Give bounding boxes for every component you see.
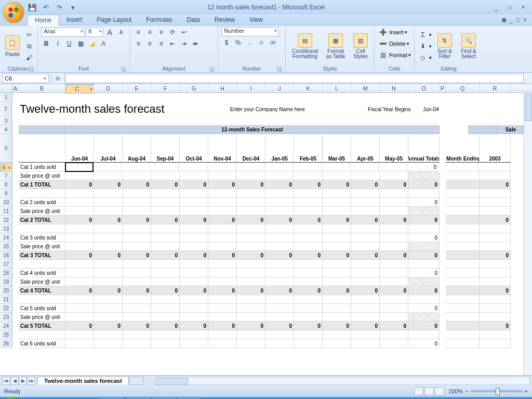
cell[interactable] [351,233,380,242]
row-header[interactable]: 10 [0,198,12,207]
cell[interactable] [123,116,151,125]
cell[interactable] [12,189,19,198]
row-label[interactable]: Cat 2 units sold [19,198,65,207]
row-header[interactable]: 4 [0,125,12,134]
cell[interactable] [122,163,150,171]
font-size-select[interactable]: 8 [86,28,103,37]
cell[interactable] [65,260,94,269]
cell[interactable] [12,322,19,330]
cell[interactable]: 0 [480,216,511,224]
cell[interactable] [480,242,511,251]
cell[interactable]: 0 [323,251,351,260]
tab-nav-last-icon[interactable]: ⏭ [27,377,35,385]
row-label[interactable]: Cat 5 units sold [19,304,65,313]
ribbon-min-icon[interactable]: _ [510,16,513,26]
qat-dropdown-icon[interactable]: ▾ [68,2,78,12]
cell[interactable] [351,198,380,207]
cell[interactable] [265,207,294,216]
row-label[interactable]: Cat 1 TOTAL [19,180,65,189]
cell[interactable]: 0 [151,216,180,224]
cell[interactable] [151,93,180,102]
undo-icon[interactable]: ↶ [41,2,51,12]
cell[interactable] [294,189,323,198]
cell[interactable] [480,330,511,339]
number-format-select[interactable]: Number [221,27,278,36]
row-label[interactable]: Sale price @ unit [19,207,65,216]
cell[interactable] [19,330,65,339]
cell[interactable] [351,295,380,304]
cell[interactable] [440,189,446,198]
cell[interactable] [123,339,151,348]
cell[interactable] [351,93,380,102]
cell[interactable] [323,277,351,286]
cell[interactable] [446,207,480,216]
cell[interactable] [201,102,229,116]
column-header[interactable]: R [480,84,511,92]
cell[interactable] [237,260,265,269]
cell[interactable] [446,116,480,125]
cell[interactable] [94,207,123,216]
row-header[interactable]: 6 [0,163,12,172]
vertical-scrollbar[interactable] [524,93,532,375]
cell[interactable] [237,277,265,286]
format-as-table-button[interactable]: ▦Format as Table [323,32,348,60]
cell[interactable] [380,242,408,251]
month-header[interactable]: Nov-04 [208,134,237,163]
cell[interactable] [237,189,265,198]
cell[interactable] [12,295,19,304]
cell[interactable] [323,269,351,277]
cell[interactable]: 0 [380,286,408,295]
cell[interactable] [323,224,351,233]
cell[interactable] [180,198,208,207]
cell[interactable] [322,163,350,171]
cell[interactable] [12,134,19,163]
cell[interactable] [446,286,480,295]
row-header[interactable]: 17 [0,260,12,269]
cell[interactable] [180,189,208,198]
fx-icon[interactable]: fx [51,74,65,83]
cell[interactable] [12,163,19,171]
cell[interactable] [477,102,504,116]
cell[interactable]: 0 [151,322,180,330]
cell[interactable]: 0 [294,216,323,224]
annual-header[interactable]: Annual Totals [408,134,440,163]
cell[interactable] [380,198,408,207]
dec-decimal-icon[interactable]: .00 [267,37,277,48]
shrink-font-icon[interactable]: A [116,27,126,37]
cell[interactable] [94,330,123,339]
cell[interactable] [151,277,180,286]
cell[interactable] [446,224,480,233]
cell[interactable] [180,116,208,125]
cell[interactable] [151,233,180,242]
cell[interactable]: 0 [208,216,237,224]
cell[interactable] [380,269,408,277]
cell[interactable] [446,260,480,269]
month-header[interactable]: Feb-05 [294,134,323,163]
cell[interactable] [440,304,446,313]
column-header[interactable]: B [19,84,65,92]
merge-icon[interactable]: ⬌ [190,38,201,49]
row-header[interactable]: 24 [0,322,12,330]
row-label[interactable]: Cat 4 TOTAL [19,286,65,295]
cell[interactable] [94,295,123,304]
fill-icon[interactable]: ⬇ [418,41,428,51]
cell[interactable] [12,339,19,348]
cell[interactable]: 0 [123,251,151,260]
cell-styles-button[interactable]: ▧Cell Styles [350,32,371,60]
cell[interactable]: 0 [237,322,265,330]
cell[interactable]: 0 [65,286,94,295]
cell[interactable] [446,269,480,277]
row-header[interactable]: 20 [0,286,12,295]
cell[interactable] [208,171,237,180]
cell[interactable] [351,339,380,348]
currency-icon[interactable]: $ [221,37,232,48]
cell[interactable] [380,295,408,304]
cell[interactable] [123,313,151,322]
cell[interactable]: 0 [123,322,151,330]
cell[interactable] [380,330,408,339]
alignment-dialog-icon[interactable]: ↘ [209,66,215,72]
cell[interactable] [151,171,180,180]
cell[interactable]: 0 [151,251,180,260]
cell[interactable] [294,304,323,313]
cell[interactable] [323,242,351,251]
